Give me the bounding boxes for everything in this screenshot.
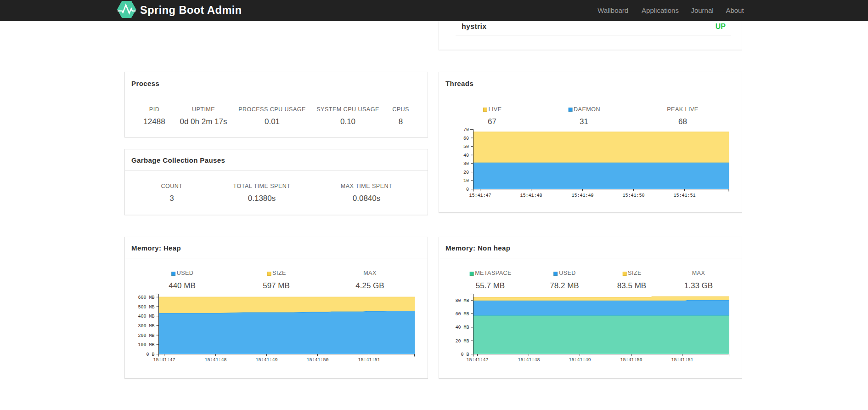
svg-text:10: 10 <box>463 178 469 183</box>
svg-text:0 B: 0 B <box>461 352 469 357</box>
svg-text:15:41:49: 15:41:49 <box>569 358 591 363</box>
svg-text:0: 0 <box>466 187 469 192</box>
svg-text:50: 50 <box>463 144 469 149</box>
svg-text:80 MB: 80 MB <box>455 298 469 303</box>
svg-text:15:41:51: 15:41:51 <box>358 358 380 363</box>
svg-text:15:41:48: 15:41:48 <box>520 193 542 198</box>
svg-text:15:41:47: 15:41:47 <box>469 193 491 198</box>
svg-text:15:41:50: 15:41:50 <box>622 193 644 198</box>
svg-text:60 MB: 60 MB <box>455 312 469 317</box>
svg-text:400 MB: 400 MB <box>138 314 154 319</box>
svg-text:15:41:48: 15:41:48 <box>518 358 540 363</box>
svg-text:500 MB: 500 MB <box>138 305 154 310</box>
svg-text:15:41:49: 15:41:49 <box>571 193 593 198</box>
svg-text:15:41:48: 15:41:48 <box>204 358 226 363</box>
svg-text:30: 30 <box>463 161 469 166</box>
svg-text:40: 40 <box>463 153 469 158</box>
svg-text:15:41:50: 15:41:50 <box>620 358 642 363</box>
svg-text:70: 70 <box>463 127 469 132</box>
svg-text:600 MB: 600 MB <box>138 295 154 300</box>
svg-text:100 MB: 100 MB <box>138 342 154 347</box>
svg-text:0 B: 0 B <box>146 352 154 357</box>
svg-text:60: 60 <box>463 136 469 141</box>
svg-text:200 MB: 200 MB <box>138 333 154 338</box>
svg-text:15:41:47: 15:41:47 <box>466 358 488 363</box>
svg-text:20: 20 <box>463 170 469 175</box>
svg-text:15:41:51: 15:41:51 <box>673 193 695 198</box>
svg-text:15:41:51: 15:41:51 <box>671 358 693 363</box>
svg-text:20 MB: 20 MB <box>455 339 469 344</box>
svg-text:15:41:47: 15:41:47 <box>153 358 175 363</box>
svg-text:40 MB: 40 MB <box>455 325 469 330</box>
svg-text:15:41:50: 15:41:50 <box>306 358 328 363</box>
svg-text:15:41:49: 15:41:49 <box>255 358 277 363</box>
svg-text:300 MB: 300 MB <box>138 324 154 329</box>
